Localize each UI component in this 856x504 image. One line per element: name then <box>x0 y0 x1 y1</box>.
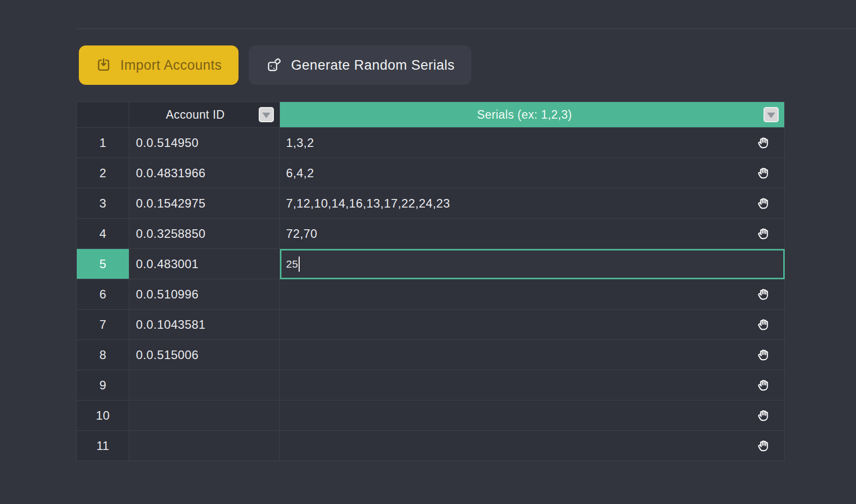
hand-grab-icon[interactable] <box>755 226 771 241</box>
import-accounts-button[interactable]: Import Accounts <box>79 45 239 85</box>
account-id-header-label: Account ID <box>166 108 225 122</box>
serials-cell[interactable]: 6,4,2 <box>280 158 785 188</box>
account-id-cell[interactable] <box>129 370 280 400</box>
table-row: 9 <box>76 370 785 400</box>
account-id-cell[interactable]: 0.0.1043581 <box>129 310 280 340</box>
serials-value: 7,12,10,14,16,13,17,22,24,23 <box>286 196 450 211</box>
table-row: 8 0.0.515006 <box>76 340 785 370</box>
serials-cell-editing[interactable]: 25 <box>280 249 785 279</box>
text-cursor <box>299 257 300 272</box>
hand-grab-icon[interactable] <box>755 408 771 423</box>
serials-cell[interactable] <box>280 310 785 340</box>
generate-random-serials-button[interactable]: Generate Random Serials <box>249 45 471 85</box>
serials-cell[interactable]: 72,70 <box>280 219 785 249</box>
header-serials[interactable]: Serials (ex: 1,2,3) <box>280 102 785 128</box>
account-id-cell[interactable]: 0.0.515006 <box>129 340 280 370</box>
row-number-cell[interactable]: 8 <box>76 340 129 370</box>
table-row: 5 0.0.483001 25 <box>76 249 785 279</box>
app-window: Import Accounts Generate Random Serials … <box>0 0 856 504</box>
serials-cell[interactable] <box>280 431 785 461</box>
hand-grab-icon[interactable] <box>755 135 771 150</box>
hand-grab-icon[interactable] <box>755 165 771 181</box>
table-row: 11 <box>76 431 785 461</box>
serials-table: Account ID Serials (ex: 1,2,3) 1 0.0.514… <box>76 102 785 461</box>
account-id-cell[interactable]: 0.0.483001 <box>129 249 280 279</box>
row-number-cell[interactable]: 5 <box>76 249 129 279</box>
table-row: 6 0.0.510996 <box>76 279 785 310</box>
serials-cell[interactable] <box>280 340 785 370</box>
table-body: 1 0.0.514950 1,3,2 2 0.0.4831966 6,4,2 3… <box>76 128 785 461</box>
hand-grab-icon[interactable] <box>755 347 771 363</box>
serials-cell[interactable]: 1,3,2 <box>280 128 785 158</box>
row-number-cell[interactable]: 3 <box>76 188 129 219</box>
dice-icon <box>265 57 282 74</box>
serials-cell[interactable] <box>280 400 785 431</box>
serials-value: 25 <box>286 258 298 270</box>
row-number-cell[interactable]: 1 <box>76 128 129 158</box>
serials-filter-dropdown-button[interactable] <box>764 107 779 122</box>
header-account-id[interactable]: Account ID <box>129 102 280 128</box>
table-row: 3 0.0.1542975 7,12,10,14,16,13,17,22,24,… <box>76 188 785 219</box>
account-id-filter-dropdown-button[interactable] <box>259 107 274 122</box>
table-row: 2 0.0.4831966 6,4,2 <box>76 158 785 188</box>
row-number-cell[interactable]: 9 <box>76 370 129 400</box>
hand-grab-icon[interactable] <box>755 286 771 302</box>
import-accounts-label: Import Accounts <box>120 58 222 73</box>
row-number-cell[interactable]: 7 <box>76 310 129 340</box>
table-row: 7 0.0.1043581 <box>76 310 785 340</box>
toolbar: Import Accounts Generate Random Serials <box>79 45 471 85</box>
account-id-cell[interactable]: 0.0.4831966 <box>129 158 280 188</box>
hand-grab-icon[interactable] <box>755 195 771 211</box>
account-id-cell[interactable]: 0.0.3258850 <box>129 219 280 249</box>
serials-value: 6,4,2 <box>286 166 314 180</box>
row-number-cell[interactable]: 2 <box>76 158 129 188</box>
row-number-cell[interactable]: 11 <box>76 431 129 461</box>
import-download-icon <box>96 57 112 73</box>
row-number-cell[interactable]: 4 <box>76 219 129 249</box>
hand-grab-icon[interactable] <box>755 317 771 332</box>
table-row: 10 <box>76 400 785 431</box>
serials-cell[interactable]: 7,12,10,14,16,13,17,22,24,23 <box>280 188 785 219</box>
serials-value: 1,3,2 <box>286 136 314 150</box>
generate-random-serials-label: Generate Random Serials <box>291 58 455 73</box>
account-id-cell[interactable] <box>129 431 280 461</box>
top-divider <box>76 28 856 29</box>
header-blank-cell <box>76 102 129 128</box>
account-id-cell[interactable] <box>129 400 280 431</box>
serials-header-label: Serials (ex: 1,2,3) <box>477 108 572 122</box>
account-id-cell[interactable]: 0.0.510996 <box>129 279 280 310</box>
chevron-down-icon <box>262 113 270 118</box>
account-id-cell[interactable]: 0.0.1542975 <box>129 188 280 219</box>
row-number-cell[interactable]: 10 <box>76 400 129 431</box>
account-id-cell[interactable]: 0.0.514950 <box>129 128 280 158</box>
hand-grab-icon[interactable] <box>755 438 771 453</box>
serials-cell[interactable] <box>280 279 785 310</box>
row-number-cell[interactable]: 6 <box>76 279 129 310</box>
chevron-down-icon <box>767 113 775 118</box>
table-row: 1 0.0.514950 1,3,2 <box>76 128 785 158</box>
table-row: 4 0.0.3258850 72,70 <box>76 219 785 249</box>
table-header-row: Account ID Serials (ex: 1,2,3) <box>76 102 785 128</box>
serials-value: 72,70 <box>286 227 317 241</box>
hand-grab-icon[interactable] <box>755 377 771 393</box>
serials-cell[interactable] <box>280 370 785 400</box>
